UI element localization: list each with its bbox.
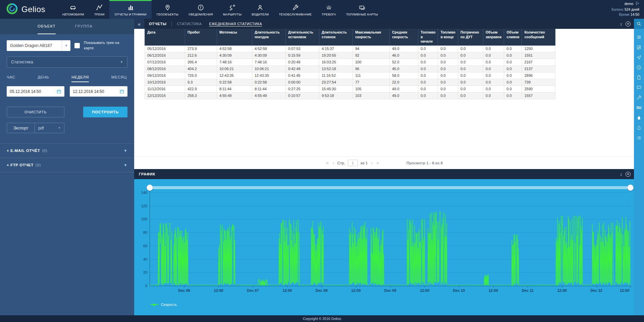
statistics-select[interactable]: Статистика ▼	[7, 56, 127, 68]
column-header[interactable]: Потрачено по ДУТ	[458, 29, 483, 45]
build-button[interactable]: ПОСТРОИТЬ	[83, 107, 127, 117]
column-header[interactable]: Топливо в начале	[418, 29, 438, 45]
date-from-input[interactable]	[10, 89, 51, 94]
column-header[interactable]: Объем сливов	[504, 29, 522, 45]
table-body: 05/12/2016273.94:52:584:52:580:07:534:15…	[145, 45, 555, 99]
notifications-icon	[197, 4, 204, 11]
column-header[interactable]: Количество сообщений	[522, 29, 555, 45]
sidebar-section-0[interactable]: + E-MAIL ОТЧЁТ (0) ▼	[0, 143, 134, 158]
column-header[interactable]: Длительность стоянок	[319, 29, 353, 45]
column-header[interactable]: Пробег	[185, 29, 217, 45]
vehicle-select[interactable]: Golden Dragon AB187 ▼	[7, 40, 70, 51]
app-brand-name: Gelios	[21, 5, 45, 14]
range-slider-left-handle[interactable]	[147, 184, 153, 191]
range-slider-right-handle[interactable]	[627, 184, 634, 191]
table-row[interactable]: 05/12/2016273.94:52:584:52:580:07:534:15…	[145, 45, 555, 52]
show-track-checkbox[interactable]	[74, 43, 80, 48]
reports-panel-title: ОТЧЕТЫ	[149, 22, 167, 26]
tools-icon	[636, 95, 642, 100]
period-tab-2[interactable]: НЕДЕЛЯ	[71, 75, 89, 82]
user-menu[interactable]: demo	[625, 1, 639, 7]
date-to-input[interactable]	[73, 89, 114, 94]
chevron-down-icon: ▼	[58, 126, 61, 129]
topnav-items: АВТОМОБИЛИ ТРЕКИ ОТЧЕТЫ И ГРАФИКИ ГЕООБЪ…	[57, 0, 383, 19]
toolbar-item-help[interactable]: ?	[634, 62, 644, 72]
toolbar-item-menu[interactable]	[634, 32, 644, 42]
toolbar-item-compass[interactable]	[634, 52, 644, 62]
toolbar-item-water-drop[interactable]	[634, 123, 644, 133]
column-header[interactable]: Дата	[145, 29, 185, 45]
sidebar-tab-object[interactable]: ОБЪЕКТ	[38, 19, 56, 34]
prev-page-button[interactable]: ‹	[332, 160, 334, 165]
chart-panel: ГРАФИК ↕ ✕ Скорость	[134, 169, 634, 315]
period-tab-0[interactable]: ЧАС	[7, 75, 15, 82]
collapse-sidebar-button[interactable]: «	[134, 19, 144, 29]
nav-item-notifications[interactable]: УВЕДОМЛЕНИЯ	[183, 0, 218, 19]
export-button[interactable]: Экспорт	[7, 123, 35, 133]
report-tab-0[interactable]: СТАТИСТИКА	[177, 21, 202, 26]
toolbar-item-list[interactable]	[634, 133, 644, 143]
sidebar-tab-group[interactable]: ГРУППА	[75, 19, 93, 34]
calendar-icon[interactable]	[56, 89, 61, 94]
nav-item-reports[interactable]: ОТЧЕТЫ И ГРАФИКИ	[109, 0, 151, 19]
toolbar-item-language[interactable]: RU	[634, 103, 644, 113]
calendar-icon[interactable]	[119, 89, 124, 94]
nav-item-tracks[interactable]: ТРЕКИ	[89, 0, 110, 19]
table-row[interactable]: 12/12/2016258.34:55:494:55:490:10:579:53…	[145, 92, 555, 99]
column-header[interactable]: Моточасы	[217, 29, 252, 45]
period-tab-1[interactable]: ДЕНЬ	[38, 75, 49, 82]
nav-item-drivers[interactable]: ВОДИТЕЛИ	[247, 0, 274, 19]
table-row[interactable]: 06/12/2016212.64:30:094:30:090:15:5919:2…	[145, 52, 555, 59]
close-panel-icon[interactable]: ✕	[626, 172, 631, 177]
table-row[interactable]: 09/12/2016726.012:43:3512:43:350:41:4511…	[145, 72, 555, 79]
resize-panel-icon[interactable]: ↕	[620, 172, 623, 176]
page-number-input[interactable]	[348, 160, 358, 166]
report-table-container[interactable]: ДатаПробегМоточасыДлительность поездокДл…	[134, 29, 634, 156]
column-header[interactable]: Объем заправок	[483, 29, 504, 45]
table-row[interactable]: 10/12/20169.30:22:580:22:580:00:0023:27:…	[145, 79, 555, 86]
chart-plot-area: Скорость	[134, 179, 634, 315]
drop-icon	[636, 115, 642, 120]
next-page-button[interactable]: ›	[370, 160, 373, 165]
table-row[interactable]: 07/12/2016395.47:48:167:48:160:20:4916:0…	[145, 59, 555, 65]
toolbar-item-search[interactable]	[634, 19, 644, 29]
legend-marker	[150, 304, 158, 305]
toolbar-item-tools[interactable]	[634, 93, 644, 103]
toolbar-item-chat[interactable]	[634, 83, 644, 93]
period-tabs: ЧАС ДЕНЬ НЕДЕЛЯ МЕСЯЦ	[7, 75, 127, 82]
app-logo[interactable]: Gelios	[0, 0, 57, 19]
content-area: « ОТЧЕТЫ СТАТИСТИКА ЕЖЕДНЕВНАЯ СТАТИСТИК…	[134, 19, 634, 315]
resize-panel-icon[interactable]: ↕	[620, 22, 623, 26]
column-header[interactable]: Длительность поездок	[252, 29, 286, 45]
period-tab-3[interactable]: МЕСЯЦ	[111, 75, 127, 82]
first-page-button[interactable]: «	[325, 160, 329, 165]
table-row[interactable]: 08/12/2016404.210:06:2110:06:210:42:4913…	[145, 65, 555, 72]
sidebar-sections: + E-MAIL ОТЧЁТ (0) ▼ + FTP ОТЧЕТ (0) ▼	[0, 143, 134, 172]
pagination-bar: « ‹ Стр. из 1 › » Просмотр 1 - 8 из 8	[134, 156, 634, 169]
drivers-icon	[257, 4, 264, 11]
toolbar-item-fuel-drop[interactable]	[634, 113, 644, 123]
report-tab-1[interactable]: ЕЖЕДНЕВНАЯ СТАТИСТИКА	[209, 21, 262, 26]
logout-icon[interactable]	[635, 1, 639, 7]
column-header[interactable]: Средняя скорость	[390, 29, 418, 45]
column-header[interactable]: Топливо в конце	[438, 29, 458, 45]
toolbar-item-document[interactable]	[634, 72, 644, 83]
document-icon	[636, 75, 642, 80]
column-header[interactable]: Длительность остановок	[286, 29, 319, 45]
nav-item-car[interactable]: АВТОМОБИЛИ	[57, 0, 89, 19]
close-panel-icon[interactable]: ✕	[626, 21, 631, 26]
nav-item-maintenance[interactable]: ТЕХОБСЛУЖИВАНИЕ	[274, 0, 317, 19]
sidebar-section-1[interactable]: + FTP ОТЧЕТ (0) ▼	[0, 158, 134, 172]
chart-range-slider[interactable]	[150, 186, 631, 189]
chart-legend: Скорость	[150, 303, 177, 307]
toolbar-item-edit[interactable]	[634, 42, 644, 52]
nav-item-fuel-cards[interactable]: ТОПЛИВНЫЕ КАРТЫ	[341, 0, 383, 19]
last-page-button[interactable]: »	[376, 160, 380, 165]
nav-item-alarm[interactable]: ТРЕВОГА	[317, 0, 341, 19]
clear-button[interactable]: ОЧИСТИТЬ	[7, 107, 64, 117]
column-header[interactable]: Максимальная скорость	[353, 29, 390, 45]
nav-item-geo[interactable]: ГЕООБЪЕКТЫ	[152, 0, 183, 19]
nav-item-routes[interactable]: МАРШРУТЫ	[218, 0, 247, 19]
table-row[interactable]: 11/12/2016422.98:11:448:11:440:27:2515:4…	[145, 86, 555, 92]
export-format-select[interactable]: pdf ▼	[35, 123, 64, 133]
